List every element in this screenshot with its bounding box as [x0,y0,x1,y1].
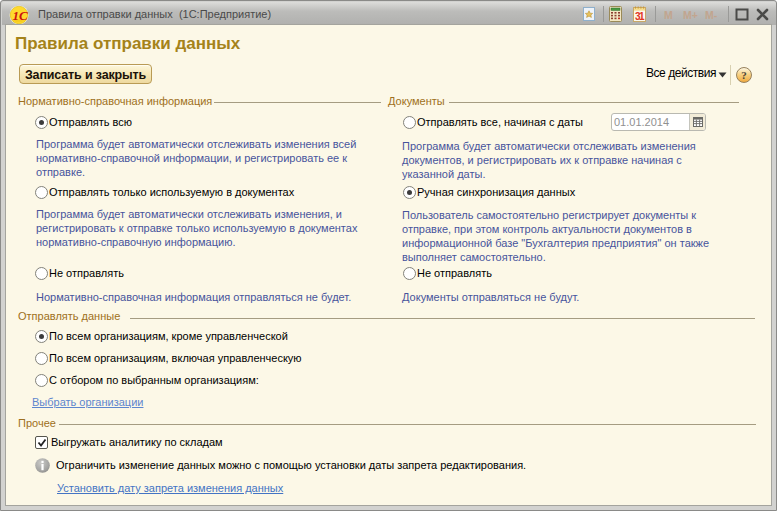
svg-text:1С: 1С [12,8,28,23]
svg-text:31: 31 [635,11,645,22]
